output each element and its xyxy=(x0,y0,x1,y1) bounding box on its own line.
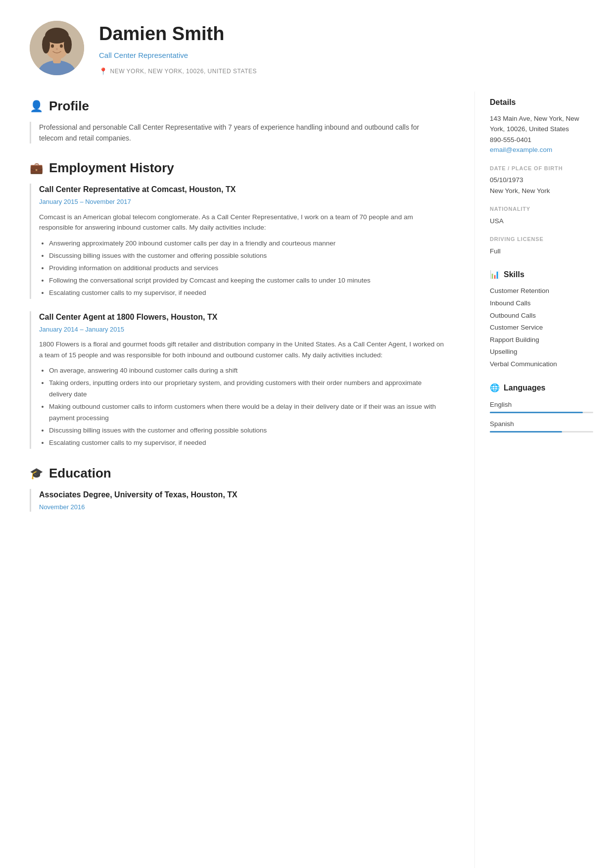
candidate-name: Damien Smith xyxy=(99,20,583,48)
edu-1-title: Associates Degree, University of Texas, … xyxy=(39,489,445,501)
details-email: email@example.com xyxy=(490,145,593,155)
employment-entry-1: Call Center Representative at Comcast, H… xyxy=(30,184,445,298)
candidate-title: Call Center Representative xyxy=(99,50,583,61)
skill-item: Verbal Communication xyxy=(490,359,593,370)
education-icon: 🎓 xyxy=(30,465,43,482)
details-dob: 05/10/1973 xyxy=(490,175,593,186)
skills-section: 📊 Skills Customer Retention Inbound Call… xyxy=(490,269,593,369)
list-item: On average, answering 40 inbound custome… xyxy=(49,365,445,377)
employment-section: 💼 Employment History Call Center Represe… xyxy=(30,158,445,449)
language-bar-spanish xyxy=(490,431,593,433)
education-section: 🎓 Education Associates Degree, Universit… xyxy=(30,464,445,512)
edu-1-dates: November 2016 xyxy=(39,502,445,512)
profile-icon: 👤 xyxy=(30,98,43,114)
details-title: Details xyxy=(490,96,593,108)
profile-text: Professional and personable Call Center … xyxy=(30,122,445,144)
skills-header: 📊 Skills xyxy=(490,269,593,281)
list-item: Following the conversational script prov… xyxy=(49,275,445,287)
candidate-location: 📍 NEW YORK, NEW YORK, 10026, UNITED STAT… xyxy=(99,66,583,77)
list-item: Escalating customer calls to my supervis… xyxy=(49,288,445,299)
entry-1-description: Comcast is an American global telecom co… xyxy=(39,212,445,233)
entry-1-title: Call Center Representative at Comcast, H… xyxy=(39,184,445,195)
language-name-english: English xyxy=(490,400,593,410)
dob-label: DATE / PLACE OF BIRTH xyxy=(490,164,593,173)
entry-2-bullets: On average, answering 40 inbound custome… xyxy=(39,365,445,449)
svg-point-9 xyxy=(56,48,58,50)
languages-icon: 🌐 xyxy=(490,382,500,394)
entry-2-title: Call Center Agent at 1800 Flowers, Houst… xyxy=(39,311,445,323)
resume-page: Damien Smith Call Center Representative … xyxy=(0,0,613,868)
details-phone: 890-555-0401 xyxy=(490,135,593,145)
education-header: 🎓 Education xyxy=(30,464,445,483)
list-item: Discussing billing issues with the custo… xyxy=(49,425,445,436)
employment-entry-2: Call Center Agent at 1800 Flowers, Houst… xyxy=(30,311,445,449)
language-bar-english xyxy=(490,412,593,413)
header-info: Damien Smith Call Center Representative … xyxy=(99,20,583,77)
profile-header: 👤 Profile xyxy=(30,96,445,116)
svg-point-7 xyxy=(51,45,54,48)
list-item: Making outbound customer calls to inform… xyxy=(49,401,445,424)
details-driving: Full xyxy=(490,246,593,257)
details-address: 143 Main Ave, New York, New York, 10026,… xyxy=(490,113,593,135)
skill-item: Rapport Building xyxy=(490,335,593,345)
employment-icon: 💼 xyxy=(30,160,43,176)
skill-item: Customer Retention xyxy=(490,286,593,296)
languages-header: 🌐 Languages xyxy=(490,382,593,394)
left-column: 👤 Profile Professional and personable Ca… xyxy=(0,92,474,868)
details-nationality: USA xyxy=(490,216,593,227)
language-item-spanish: Spanish xyxy=(490,419,593,433)
main-content: 👤 Profile Professional and personable Ca… xyxy=(0,92,613,868)
entry-2-dates: January 2014 – January 2015 xyxy=(39,325,445,335)
languages-title: Languages xyxy=(504,382,545,394)
skill-item: Outbound Calls xyxy=(490,310,593,321)
details-dob-place: New York, New York xyxy=(490,186,593,196)
resume-header: Damien Smith Call Center Representative … xyxy=(0,0,613,92)
svg-point-8 xyxy=(60,45,63,48)
language-bar-fill-spanish xyxy=(490,431,562,433)
profile-title: Profile xyxy=(49,96,89,116)
list-item: Providing information on additional prod… xyxy=(49,263,445,274)
profile-section: 👤 Profile Professional and personable Ca… xyxy=(30,96,445,144)
languages-section: 🌐 Languages English Spanish xyxy=(490,382,593,433)
location-icon: 📍 xyxy=(99,66,108,77)
language-bar-fill-english xyxy=(490,412,583,413)
language-item-english: English xyxy=(490,400,593,413)
skill-item: Inbound Calls xyxy=(490,298,593,309)
right-column: Details 143 Main Ave, New York, New York… xyxy=(474,92,613,868)
driving-label: DRIVING LICENSE xyxy=(490,235,593,243)
list-item: Discussing billing issues with the custo… xyxy=(49,250,445,262)
nationality-label: NATIONALITY xyxy=(490,205,593,213)
employment-title: Employment History xyxy=(49,158,174,178)
entry-2-description: 1800 Flowers is a floral and gourmet foo… xyxy=(39,339,445,360)
details-section: Details 143 Main Ave, New York, New York… xyxy=(490,96,593,257)
language-name-spanish: Spanish xyxy=(490,419,593,429)
entry-1-bullets: Answering approximately 200 inbound cust… xyxy=(39,238,445,299)
list-item: Taking orders, inputting orders into our… xyxy=(49,378,445,400)
avatar xyxy=(30,21,84,75)
skills-title: Skills xyxy=(504,269,524,281)
skill-item: Customer Service xyxy=(490,322,593,333)
skills-icon: 📊 xyxy=(490,269,500,281)
skill-item: Upselling xyxy=(490,346,593,357)
education-title: Education xyxy=(49,464,111,483)
entry-1-dates: January 2015 – November 2017 xyxy=(39,197,445,207)
svg-point-6 xyxy=(64,36,72,53)
employment-header: 💼 Employment History xyxy=(30,158,445,178)
svg-point-5 xyxy=(42,36,50,53)
education-entry-1: Associates Degree, University of Texas, … xyxy=(30,489,445,512)
list-item: Escalating customer calls to my supervis… xyxy=(49,437,445,449)
list-item: Answering approximately 200 inbound cust… xyxy=(49,238,445,249)
